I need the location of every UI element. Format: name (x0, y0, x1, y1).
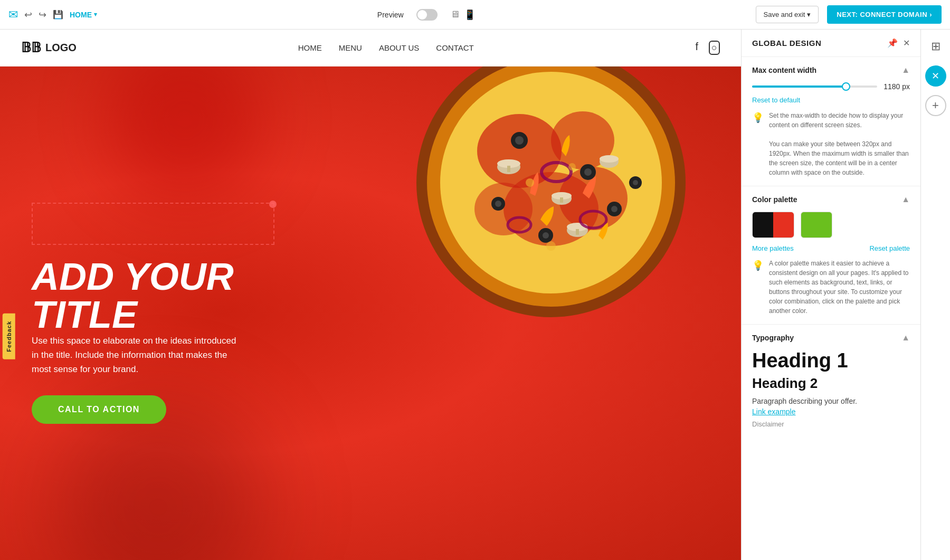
title-pin-icon (269, 201, 277, 208)
panel-actions: 📌 ✕ (887, 38, 910, 48)
color-palette-hint-text: A color palette makes it easier to achie… (769, 259, 910, 316)
feedback-tab[interactable]: Feedback (3, 314, 15, 359)
network-icon-button[interactable]: ⊞ (925, 36, 946, 57)
panel-pin-button[interactable]: 📌 (887, 38, 898, 48)
nav-about[interactable]: ABOUT US (379, 43, 419, 52)
color-palette-title: Color palette (752, 195, 797, 204)
palette-links: More palettes Reset palette (752, 244, 910, 252)
top-bar: ✉ ↩ ↪ 💾 HOME ▾ Preview 🖥 📱 Save and exit… (0, 0, 950, 30)
top-bar-right: Save and exit ▾ NEXT: CONNECT DOMAIN › (756, 5, 942, 24)
color-palette-header: Color palette ▲ (752, 195, 910, 204)
hero-title: ADD YOUR TITLE (32, 258, 243, 334)
site-nav: HOME MENU ABOUT US CONTACT (298, 43, 474, 52)
cta-button[interactable]: CALL TO ACTION (32, 395, 166, 424)
preview-toggle[interactable] (416, 9, 438, 21)
right-sidebar: GLOBAL DESIGN 📌 ✕ Max content width ▲ 11… (741, 30, 920, 560)
slider-value: 1180 px (884, 82, 910, 91)
palette-swatch-green[interactable] (801, 212, 832, 238)
panel-close-button[interactable]: ✕ (903, 38, 910, 48)
nav-home[interactable]: HOME (298, 43, 322, 52)
typography-collapse-icon[interactable]: ▲ (901, 333, 910, 343)
width-slider-row: 1180 px (752, 82, 910, 91)
slider-thumb[interactable] (842, 82, 850, 91)
dropdown-arrow-icon: ▾ (807, 11, 811, 18)
canvas-area: 𝔹𝔹 LOGO HOME MENU ABOUT US CONTACT f ○ (0, 30, 741, 560)
svg-point-15 (600, 155, 619, 163)
panel-title: GLOBAL DESIGN (752, 39, 821, 48)
svg-point-23 (495, 201, 501, 207)
hero-title-placeholder-box[interactable] (32, 203, 274, 245)
svg-point-36 (633, 180, 638, 185)
top-bar-center: Preview 🖥 📱 (97, 9, 756, 21)
close-panel-button[interactable]: ✕ (925, 65, 946, 87)
max-width-hint-text: Set the max-width to decide how to displ… (769, 111, 910, 177)
svg-point-25 (611, 206, 618, 212)
site-header: 𝔹𝔹 LOGO HOME MENU ABOUT US CONTACT f ○ (0, 30, 741, 67)
svg-point-32 (526, 178, 534, 187)
max-width-collapse-icon[interactable]: ▲ (901, 65, 910, 75)
instagram-icon[interactable]: ○ (709, 41, 720, 55)
color-palette-hint: 💡 A color palette makes it easier to ach… (752, 259, 910, 316)
typography-link-example[interactable]: Link example (752, 407, 910, 416)
hero-title-line1: ADD YOUR (32, 258, 243, 296)
action-bar: ⊞ ✕ + (920, 30, 950, 560)
palette-swatch-dark-red[interactable] (752, 212, 794, 238)
width-slider-track[interactable] (752, 86, 877, 88)
typography-heading2: Heading 2 (752, 375, 910, 392)
desktop-icon[interactable]: 🖥 (450, 9, 460, 21)
typography-section: Typography ▲ Heading 1 Heading 2 Paragra… (742, 325, 920, 436)
hero-content: ADD YOUR TITLE Use this space to elabora… (0, 203, 274, 424)
mobile-icon[interactable]: 📱 (464, 9, 476, 21)
save-exit-button[interactable]: Save and exit ▾ (756, 6, 819, 23)
svg-point-19 (584, 168, 592, 176)
max-width-title: Max content width (752, 66, 816, 74)
color-palette-collapse-icon[interactable]: ▲ (901, 195, 910, 204)
top-bar-left: ✉ ↩ ↪ 💾 HOME ▾ (8, 8, 97, 22)
add-element-button[interactable]: + (925, 95, 946, 116)
svg-rect-13 (576, 229, 579, 235)
undo-button[interactable]: ↩ (24, 9, 32, 21)
svg-point-34 (546, 241, 556, 251)
redo-button[interactable]: ↪ (39, 9, 46, 21)
email-icon[interactable]: ✉ (8, 8, 18, 22)
pizza-svg (414, 67, 688, 320)
slider-fill (752, 86, 846, 88)
svg-rect-31 (560, 197, 563, 203)
color-hint-bulb-icon: 💡 (752, 260, 764, 271)
hero-subtitle: Use this space to elaborate on the ideas… (32, 334, 243, 377)
svg-rect-10 (507, 166, 510, 172)
reset-default-link[interactable]: Reset to default (752, 96, 800, 104)
logo-text: LOGO (45, 42, 77, 54)
hint-bulb-icon: 💡 (752, 112, 764, 124)
logo-icon: 𝔹𝔹 (21, 40, 41, 56)
typography-disclaimer: Disclaimer (752, 420, 910, 428)
preview-label: Preview (377, 11, 404, 19)
nav-menu[interactable]: MENU (339, 43, 362, 52)
hero-section: Feedback ADD YOUR TITLE Use this space t… (0, 67, 741, 560)
svg-point-21 (543, 232, 549, 239)
main-layout: 𝔹𝔹 LOGO HOME MENU ABOUT US CONTACT f ○ (0, 30, 950, 560)
save-icon-button[interactable]: 💾 (53, 10, 63, 20)
device-icons: 🖥 📱 (450, 9, 476, 21)
max-width-section: Max content width ▲ 1180 px Reset to def… (742, 57, 920, 186)
color-palette-section: Color palette ▲ More palettes Reset pale… (742, 186, 920, 325)
next-connect-domain-button[interactable]: NEXT: CONNECT DOMAIN › (827, 5, 942, 24)
svg-point-33 (568, 163, 576, 170)
pizza-image (414, 67, 709, 341)
reset-palette-link[interactable]: Reset palette (869, 244, 910, 252)
swatch-dark (753, 212, 773, 238)
home-dropdown[interactable]: HOME ▾ (70, 11, 97, 19)
site-social: f ○ (696, 41, 720, 55)
svg-point-6 (474, 183, 533, 235)
nav-contact[interactable]: CONTACT (436, 43, 473, 52)
more-palettes-link[interactable]: More palettes (752, 244, 794, 252)
typography-header: Typography ▲ (752, 333, 910, 343)
max-width-header: Max content width ▲ (752, 65, 910, 75)
facebook-icon[interactable]: f (696, 41, 699, 55)
typography-heading1: Heading 1 (752, 350, 910, 372)
home-label: HOME (70, 11, 92, 19)
palette-row (752, 212, 910, 238)
site-logo: 𝔹𝔹 LOGO (21, 40, 77, 56)
max-width-hint: 💡 Set the max-width to decide how to dis… (752, 111, 910, 177)
hero-title-line2: TITLE (32, 296, 243, 334)
